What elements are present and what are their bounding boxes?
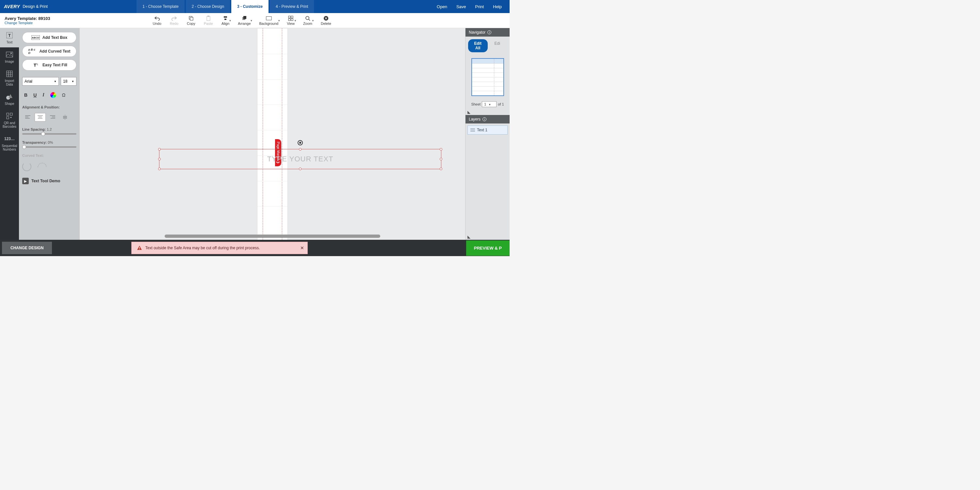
bold-button[interactable]: B bbox=[24, 92, 27, 98]
undo-button[interactable]: Undo bbox=[153, 16, 161, 25]
resize-corner-icon[interactable]: ◣ bbox=[466, 234, 510, 240]
rail-qr-label: QR and Barcodes bbox=[1, 121, 18, 128]
sheet-preview[interactable] bbox=[471, 58, 504, 96]
redo-label: Redo bbox=[170, 22, 178, 25]
text-placeholder[interactable]: TYPE YOUR TEXT bbox=[159, 149, 441, 169]
preview-row bbox=[472, 77, 503, 78]
svg-rect-9 bbox=[288, 16, 290, 18]
rail-import-data[interactable]: Import Data bbox=[0, 67, 19, 89]
resize-handle-sw[interactable] bbox=[158, 167, 161, 170]
selected-text-box[interactable]: TYPE YOUR TEXT bbox=[159, 149, 441, 169]
font-size-select[interactable]: 18 ▼ bbox=[61, 77, 76, 86]
delete-label: Delete bbox=[321, 22, 331, 25]
align-right-button[interactable] bbox=[47, 113, 58, 121]
add-text-box-button[interactable]: ABCD Add Text Box bbox=[22, 32, 76, 43]
footer-bar: CHANGE DESIGN Text outside the Safe Area… bbox=[0, 240, 510, 256]
resize-handle-se[interactable] bbox=[440, 167, 442, 170]
help-link[interactable]: Help bbox=[493, 4, 502, 9]
close-warning-button[interactable]: ✕ bbox=[300, 245, 304, 251]
rail-seq-label: Sequential Numbers bbox=[1, 144, 18, 151]
grid-line bbox=[258, 130, 288, 130]
rail-shape[interactable]: Shape bbox=[0, 89, 19, 109]
navigator-header: Navigator i bbox=[466, 28, 510, 37]
layer-item[interactable]: Text 1 bbox=[468, 126, 508, 135]
svg-rect-30 bbox=[10, 113, 13, 115]
redo-icon bbox=[171, 16, 177, 21]
open-link[interactable]: Open bbox=[437, 4, 447, 9]
rail-shape-label: Shape bbox=[5, 102, 14, 105]
resize-handle-n[interactable] bbox=[299, 148, 302, 151]
resize-corner-icon[interactable]: ◣ bbox=[466, 109, 510, 115]
paste-label: Paste bbox=[204, 22, 213, 25]
product-name: Design & Print bbox=[22, 4, 48, 9]
rail-sequential[interactable]: 123… Sequential Numbers bbox=[0, 132, 19, 154]
canvas-horizontal-scrollbar[interactable] bbox=[165, 235, 380, 238]
info-icon[interactable]: i bbox=[487, 30, 491, 34]
view-button[interactable]: View ▼ bbox=[287, 16, 295, 25]
easy-text-fill-button[interactable]: T Easy Text Fill bbox=[22, 59, 76, 70]
special-chars-button[interactable]: Ω bbox=[62, 92, 65, 98]
svg-text:T: T bbox=[8, 33, 11, 38]
align-button[interactable]: Align ▼ bbox=[221, 16, 229, 25]
demo-label: Text Tool Demo bbox=[31, 179, 60, 183]
font-row: Arial ▼ 18 ▼ bbox=[22, 77, 76, 86]
copy-button[interactable]: Copy bbox=[187, 16, 195, 25]
step-preview-print[interactable]: 4 - Preview & Print bbox=[270, 0, 314, 13]
canvas-area[interactable]: Page Margin ❯ TYPE YOUR TEXT bbox=[80, 28, 465, 240]
align-left-button[interactable] bbox=[22, 113, 33, 121]
delete-button[interactable]: Delete bbox=[321, 16, 331, 25]
transparency-label: Transparency: 0% bbox=[22, 140, 76, 145]
italic-button[interactable]: I bbox=[43, 92, 44, 98]
line-spacing-slider[interactable] bbox=[22, 133, 76, 135]
svg-rect-8 bbox=[266, 16, 272, 20]
grid-line bbox=[258, 206, 288, 207]
grid-line bbox=[258, 105, 288, 105]
rail-text[interactable]: T Text bbox=[0, 28, 19, 48]
add-curved-text-button[interactable]: a B c D Add Curved Text bbox=[22, 46, 76, 57]
font-family-select[interactable]: Arial ▼ bbox=[22, 77, 59, 86]
step-choose-design[interactable]: 2 - Choose Design bbox=[186, 0, 230, 13]
underline-button[interactable]: U bbox=[33, 92, 37, 98]
template-title: Avery Template: 89103 bbox=[5, 16, 50, 21]
print-link[interactable]: Print bbox=[475, 4, 484, 9]
resize-handle-ne[interactable] bbox=[440, 148, 442, 151]
transparency-slider[interactable] bbox=[22, 146, 76, 148]
svg-rect-2 bbox=[207, 16, 210, 21]
curved-text-options bbox=[22, 162, 76, 171]
step-choose-template[interactable]: 1 - Choose Template bbox=[137, 0, 185, 13]
curved-text-icon: a B c D bbox=[28, 49, 37, 54]
svg-rect-12 bbox=[291, 19, 293, 21]
text-tool-demo-button[interactable]: ▶ Text Tool Demo bbox=[22, 178, 76, 184]
background-button[interactable]: Background ▼ bbox=[259, 16, 278, 25]
preview-row bbox=[472, 82, 503, 82]
edit-all-tab[interactable]: Edit All bbox=[468, 39, 488, 52]
arrange-icon bbox=[242, 16, 247, 21]
header-actions: Open Save Print Help bbox=[437, 4, 510, 9]
color-picker-button[interactable] bbox=[50, 92, 56, 98]
rotation-handle[interactable] bbox=[298, 140, 303, 145]
change-template-link[interactable]: Change Template bbox=[5, 21, 50, 25]
resize-handle-s[interactable] bbox=[299, 167, 302, 170]
save-link[interactable]: Save bbox=[457, 4, 466, 9]
step-customize[interactable]: 3 - Customize bbox=[231, 0, 269, 13]
sheet-number-select[interactable]: 1 ▼ bbox=[482, 101, 496, 107]
chevron-down-icon: ▼ bbox=[312, 19, 314, 22]
resize-handle-w[interactable] bbox=[158, 158, 161, 161]
resize-handle-e[interactable] bbox=[440, 158, 442, 161]
label-page[interactable] bbox=[257, 28, 288, 240]
preview-print-button[interactable]: PREVIEW & P bbox=[466, 240, 510, 256]
align-center-button[interactable] bbox=[35, 113, 46, 121]
sheet-label: Sheet bbox=[471, 102, 480, 106]
edit-one-tab[interactable]: Edi bbox=[488, 39, 508, 52]
resize-handle-nw[interactable] bbox=[158, 148, 161, 151]
rail-qr[interactable]: QR and Barcodes bbox=[0, 109, 19, 132]
rail-image[interactable]: Image bbox=[0, 48, 19, 67]
add-text-box-label: Add Text Box bbox=[43, 35, 67, 40]
sheet-of-label: of 1 bbox=[498, 102, 504, 106]
arrange-button[interactable]: Arrange ▼ bbox=[238, 16, 251, 25]
info-icon[interactable]: i bbox=[482, 117, 487, 121]
change-design-button[interactable]: CHANGE DESIGN bbox=[2, 242, 52, 254]
align-vertical-button[interactable] bbox=[59, 113, 70, 121]
zoom-button[interactable]: Zoom ▼ bbox=[303, 16, 312, 25]
qr-icon bbox=[6, 112, 13, 120]
